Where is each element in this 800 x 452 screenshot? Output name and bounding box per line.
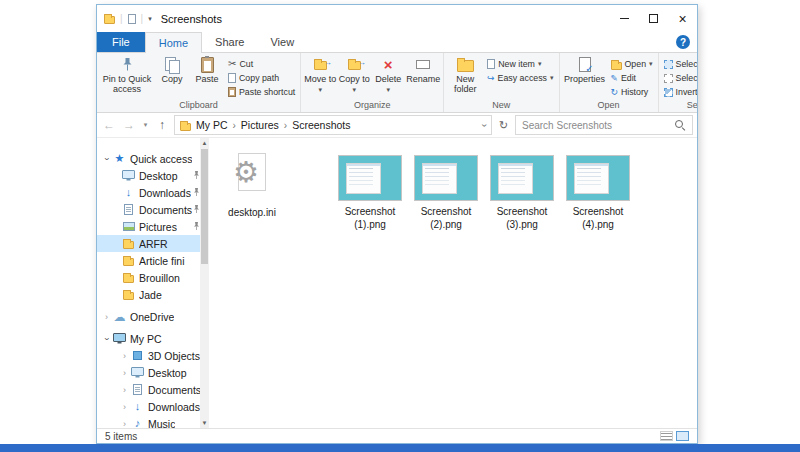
- sidebar-item-brouillon[interactable]: Brouillon: [97, 269, 200, 286]
- history-icon: ↻: [611, 87, 618, 97]
- sidebar-item-desktop[interactable]: Desktop: [97, 167, 200, 184]
- sidebar-item-pictures[interactable]: Pictures: [97, 218, 200, 235]
- sidebar-item-3d-objects[interactable]: › 3D Objects: [97, 347, 200, 364]
- up-button[interactable]: ↑: [154, 118, 170, 132]
- properties-icon: ✓: [579, 57, 591, 72]
- easy-access-button[interactable]: ↪ Easy access ▾: [485, 71, 555, 85]
- scroll-down-icon[interactable]: ▼: [202, 418, 208, 428]
- chevron-right-icon[interactable]: ›: [119, 368, 130, 378]
- maximize-icon: [649, 14, 658, 23]
- details-view-button[interactable]: [660, 431, 673, 441]
- recent-locations-chevron-icon[interactable]: ▾: [141, 121, 150, 129]
- paste-button[interactable]: Paste: [190, 54, 224, 85]
- sidebar-item-desktop-pc[interactable]: › Desktop: [97, 364, 200, 381]
- taskbar[interactable]: [0, 444, 800, 452]
- new-folder-icon: [457, 60, 474, 72]
- monitor-icon: [121, 170, 136, 181]
- cloud-icon: ☁: [114, 311, 126, 323]
- edit-button[interactable]: ✎ Edit: [609, 71, 655, 85]
- scroll-up-icon[interactable]: ▲: [202, 138, 208, 148]
- sidebar-item-downloads[interactable]: ↓ Downloads: [97, 184, 200, 201]
- minimize-button[interactable]: [610, 5, 639, 32]
- scrollbar-thumb[interactable]: [201, 149, 208, 264]
- back-button[interactable]: ←: [101, 118, 117, 132]
- chevron-right-icon[interactable]: ›: [119, 385, 130, 395]
- rename-icon: [416, 60, 430, 69]
- chevron-down-icon: ▾: [352, 86, 356, 93]
- tab-share[interactable]: Share: [202, 32, 257, 52]
- tab-file[interactable]: File: [97, 32, 145, 52]
- properties-button[interactable]: ✓ Properties: [563, 54, 607, 85]
- sidebar-scrollbar[interactable]: ▲ ▼: [200, 138, 209, 428]
- chevron-down-icon[interactable]: ›: [101, 154, 112, 164]
- file-screenshot-1[interactable]: Screenshot (1).png: [335, 150, 405, 231]
- sidebar-item-onedrive[interactable]: › ☁ OneDrive: [97, 308, 200, 325]
- open-button[interactable]: Open ▾: [609, 57, 655, 71]
- group-label-new: New: [447, 99, 555, 112]
- sidebar-item-jade[interactable]: Jade: [97, 286, 200, 303]
- chevron-right-icon[interactable]: ›: [119, 351, 130, 361]
- pin-icon: [193, 188, 200, 197]
- sidebar-item-quick-access[interactable]: › ★ Quick access: [97, 150, 200, 167]
- file-screenshot-3[interactable]: Screenshot (3).png: [487, 150, 557, 231]
- sidebar-item-my-pc[interactable]: › My PC: [97, 330, 200, 347]
- refresh-icon[interactable]: ↻: [496, 119, 511, 132]
- sidebar-item-documents-pc[interactable]: › Documents: [97, 381, 200, 398]
- file-desktop-ini[interactable]: ⚙ desktop.ini: [217, 150, 287, 220]
- file-screenshot-2[interactable]: Screenshot (2).png: [411, 150, 481, 231]
- ribbon-group-clipboard: Pin to Quick access Copy Paste ✂ Cut: [97, 53, 301, 112]
- separator: |: [141, 13, 144, 24]
- address-dropdown-icon[interactable]: ›: [483, 119, 486, 131]
- maximize-button[interactable]: [639, 5, 668, 32]
- pin-to-quick-access-button[interactable]: Pin to Quick access: [100, 54, 154, 95]
- tab-view[interactable]: View: [257, 32, 307, 52]
- new-folder-button[interactable]: New folder: [447, 54, 483, 95]
- history-button[interactable]: ↻ History: [609, 85, 655, 99]
- close-button[interactable]: ×: [668, 5, 697, 32]
- delete-button[interactable]: × Delete ▾: [372, 54, 404, 95]
- cut-button[interactable]: ✂ Cut: [226, 57, 297, 71]
- help-button[interactable]: ?: [676, 35, 690, 49]
- explorer-window: | | ▾ Screenshots × File Home Share View…: [96, 4, 698, 444]
- breadcrumb-screenshots[interactable]: Screenshots: [292, 119, 350, 131]
- chevron-down-icon[interactable]: ›: [101, 334, 112, 344]
- caption-buttons: ×: [610, 5, 697, 32]
- select-all-button[interactable]: Select all: [662, 57, 697, 71]
- titlebar: | | ▾ Screenshots ×: [97, 5, 697, 32]
- address-toolbar: ← → ▾ ↑ My PC › Pictures › Screenshots ›…: [97, 113, 697, 138]
- sidebar-item-arfr[interactable]: ARFR: [97, 235, 200, 252]
- forward-button[interactable]: →: [121, 118, 137, 132]
- search-box: [515, 115, 693, 135]
- address-bar[interactable]: My PC › Pictures › Screenshots ›: [174, 115, 492, 135]
- chevron-down-icon: ▾: [649, 60, 653, 68]
- star-icon: ★: [115, 153, 125, 164]
- chevron-down-icon: ▾: [538, 60, 542, 68]
- chevron-right-icon[interactable]: ›: [119, 402, 130, 412]
- file-screenshot-4[interactable]: Screenshot (4).png: [563, 150, 633, 231]
- chevron-down-icon: ▾: [386, 86, 390, 93]
- new-item-button[interactable]: New item ▾: [485, 57, 555, 71]
- ribbon-tabs: File Home Share View ?: [97, 32, 697, 53]
- rename-button[interactable]: Rename: [406, 54, 440, 85]
- invert-selection-button[interactable]: Invert selection: [662, 85, 697, 99]
- paste-shortcut-button[interactable]: Paste shortcut: [226, 85, 297, 99]
- chevron-right-icon[interactable]: ›: [119, 419, 130, 429]
- move-to-button[interactable]: → Move to ▾: [304, 54, 336, 95]
- copy-path-button[interactable]: Copy path: [226, 71, 297, 85]
- sidebar-item-music[interactable]: › ♪ Music: [97, 415, 200, 428]
- copy-button[interactable]: Copy: [156, 54, 188, 85]
- select-none-button[interactable]: Select none: [662, 71, 697, 85]
- copy-to-button[interactable]: → Copy to ▾: [338, 54, 370, 95]
- sidebar-item-article-fini[interactable]: Article fini: [97, 252, 200, 269]
- breadcrumb-my-pc[interactable]: My PC: [196, 119, 228, 131]
- sidebar-item-documents[interactable]: Documents: [97, 201, 200, 218]
- large-icons-view-button[interactable]: [676, 431, 689, 441]
- qat-customize-chevron-icon[interactable]: ▾: [148, 15, 152, 23]
- qat-button-icon[interactable]: [128, 14, 136, 24]
- tab-home[interactable]: Home: [145, 32, 202, 53]
- search-input[interactable]: [516, 120, 675, 131]
- chevron-right-icon[interactable]: ›: [101, 312, 112, 322]
- breadcrumb-pictures[interactable]: Pictures: [241, 119, 279, 131]
- sidebar-item-downloads-pc[interactable]: › ↓ Downloads: [97, 398, 200, 415]
- content-area: › ★ Quick access Desktop ↓ Downloads: [97, 138, 697, 428]
